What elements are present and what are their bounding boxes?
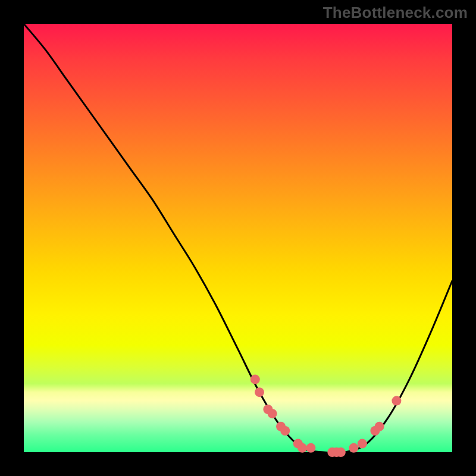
highlight-point bbox=[250, 375, 260, 384]
highlight-point bbox=[349, 443, 358, 453]
highlight-point bbox=[298, 443, 307, 453]
highlighted-points-group bbox=[250, 375, 402, 457]
plot-area bbox=[24, 24, 452, 452]
attribution-text: TheBottleneck.com bbox=[323, 4, 468, 22]
bottleneck-curve-line bbox=[24, 24, 452, 453]
highlight-point bbox=[306, 443, 315, 453]
chart-svg bbox=[24, 24, 452, 452]
highlight-point bbox=[280, 426, 290, 436]
highlight-point bbox=[336, 447, 346, 457]
highlight-point bbox=[268, 409, 277, 418]
highlight-point bbox=[358, 439, 367, 449]
highlight-point bbox=[255, 387, 264, 397]
highlight-point bbox=[375, 422, 384, 431]
chart-frame: TheBottleneck.com bbox=[0, 0, 476, 476]
highlight-point bbox=[392, 396, 401, 406]
